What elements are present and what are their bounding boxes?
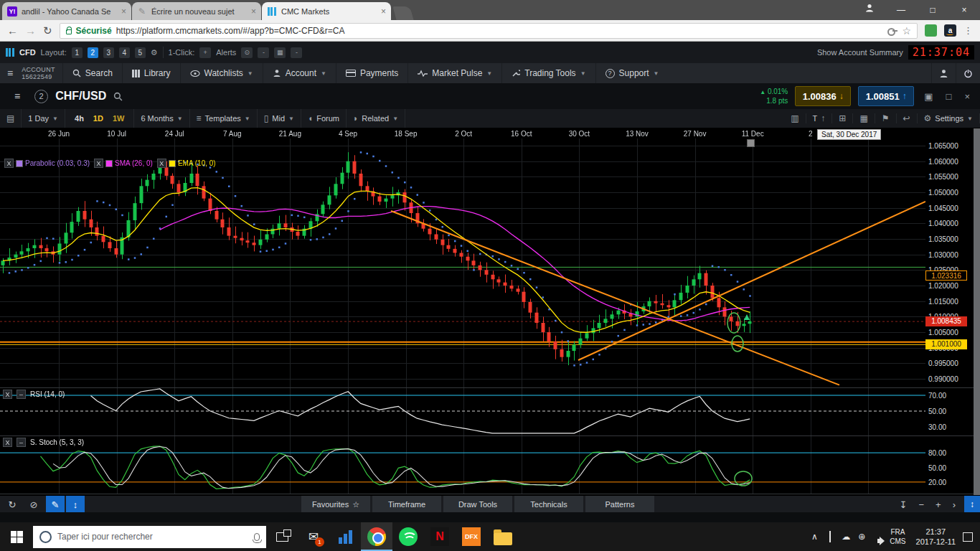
panel-divider[interactable] <box>0 387 974 388</box>
layout-3-button[interactable]: 3 <box>103 47 114 58</box>
forward-icon[interactable]: → <box>25 24 36 37</box>
buy-price-button[interactable]: 1.00851 ↑ <box>858 86 914 106</box>
url-omnibox[interactable]: Sécurisé https://platform.cmcmarkets.com… <box>60 23 918 39</box>
templates-dropdown[interactable]: ≡ Templates ▼ <box>190 109 258 128</box>
sell-price-button[interactable]: 1.00836 ↓ <box>795 86 851 106</box>
panel-list-icon[interactable]: ▤ <box>0 109 22 128</box>
close-window-icon[interactable]: × <box>961 91 973 102</box>
new-tab-button[interactable] <box>392 6 413 20</box>
export-icon[interactable]: ↧ <box>900 499 908 510</box>
reset-chart-icon[interactable]: ↻ <box>3 496 22 513</box>
chrome-app-button[interactable] <box>361 522 392 551</box>
remove-indicator-icon[interactable]: X <box>157 159 166 168</box>
price-type-dropdown[interactable]: ▯ Mid ▼ <box>258 109 301 128</box>
nav-market-pulse[interactable]: Market Pulse ▼ <box>407 63 501 83</box>
one-click-toggle[interactable]: + <box>199 47 211 58</box>
nav-search[interactable]: Search <box>62 63 122 83</box>
layout-4-button[interactable]: 4 <box>119 47 130 58</box>
chart-widget-dropdown[interactable]: - <box>291 47 302 58</box>
range-dropdown[interactable]: 6 Months ▼ <box>134 109 189 128</box>
key-icon[interactable] <box>887 28 897 33</box>
spotify-app-button[interactable] <box>392 522 424 551</box>
order-board-icon[interactable]: ▥ <box>784 113 806 123</box>
amazon-extension-icon[interactable]: a <box>944 24 956 37</box>
expand-window-icon[interactable]: ▣ <box>921 91 936 102</box>
close-button[interactable]: × <box>948 0 980 20</box>
layout-gear-icon[interactable]: ⚙ <box>151 48 158 57</box>
pan-right-icon[interactable]: › <box>953 499 956 510</box>
nav-trading-tools[interactable]: Trading Tools ▼ <box>501 63 595 83</box>
taskbar-clock[interactable]: 21:37 2017-12-11 <box>910 527 961 547</box>
price-chart-canvas[interactable] <box>0 128 925 495</box>
tab-yahoo[interactable]: Y! andlil - Yahoo Canada Se × <box>2 2 131 20</box>
panel-divider[interactable] <box>0 435 974 436</box>
task-view-button[interactable] <box>266 522 298 551</box>
chart-widget-icon[interactable]: ▦ <box>274 47 286 58</box>
dfx-app-button[interactable]: DFX <box>456 522 487 551</box>
tab-close-icon[interactable]: × <box>121 7 126 16</box>
hidden-icons-chevron[interactable]: ∧ <box>806 532 822 542</box>
mail-app-button[interactable]: ✉ 1 <box>298 522 329 551</box>
onedrive-cloud-icon[interactable]: ☁ <box>838 532 854 542</box>
chart-marker-icon[interactable] <box>747 139 755 147</box>
history-widget-icon[interactable]: ⊙ <box>241 47 253 58</box>
file-explorer-button[interactable] <box>487 522 519 551</box>
chart-menu-icon[interactable]: ≡ <box>7 90 27 102</box>
remove-stoch-icon[interactable]: X <box>3 438 12 447</box>
start-button[interactable] <box>0 522 33 551</box>
tab-technicals[interactable]: Technicals <box>514 496 583 513</box>
history-widget-dropdown[interactable]: - <box>258 47 269 58</box>
forum-button[interactable]: ◖ Forum <box>301 109 347 128</box>
undo-icon[interactable]: ↩ <box>897 113 918 123</box>
action-center-icon[interactable] <box>963 532 973 542</box>
settings-dropdown[interactable]: ⚙ Settings ▼ <box>918 113 980 123</box>
indicator-ema[interactable]: X EMA (10, 0) <box>157 159 216 168</box>
scale-adjust-button[interactable]: ↕ <box>964 496 980 513</box>
netflix-app-button[interactable]: N <box>424 522 456 551</box>
nav-account[interactable]: Account ▼ <box>263 63 336 83</box>
layout-2-button[interactable]: 2 <box>88 47 98 58</box>
indicator-parabolic[interactable]: X Parabolic (0.03, 0.3) <box>4 159 90 168</box>
layout-1-button[interactable]: 1 <box>72 47 83 58</box>
grid-icon[interactable]: ⊞ <box>832 113 853 123</box>
tab-forum[interactable]: ✎ Écrire un nouveau sujet × <box>132 2 261 20</box>
chart-scrollbar[interactable] <box>974 128 980 495</box>
symbol-search-icon[interactable] <box>113 92 123 101</box>
tab-patterns[interactable]: Patterns <box>585 496 654 513</box>
bookmark-star-icon[interactable]: ☆ <box>902 25 911 37</box>
move-tool-icon[interactable]: ↕ <box>66 496 85 513</box>
zoom-out-icon[interactable]: − <box>918 499 924 510</box>
browser-menu-icon[interactable]: ⋮ <box>963 25 973 36</box>
taskbar-search-input[interactable]: Taper ici pour rechercher <box>33 526 266 548</box>
logout-power-icon[interactable] <box>956 63 980 83</box>
remove-rsi-icon[interactable]: X <box>3 390 12 399</box>
language-indicator[interactable]: FRA CMS <box>885 527 910 546</box>
back-icon[interactable]: ← <box>7 24 18 37</box>
account-menu-icon[interactable]: ≡ <box>0 67 20 79</box>
reload-icon[interactable]: ↻ <box>43 24 52 37</box>
tab-close-icon[interactable]: × <box>381 7 386 16</box>
microphone-icon[interactable] <box>254 533 260 541</box>
indicator-sma[interactable]: X SMA (26, 0) <box>94 159 153 168</box>
instrument-symbol[interactable]: CHF/USD <box>55 90 106 103</box>
tab-cmc-markets[interactable]: CMC Markets × <box>262 2 391 20</box>
tf-1d-button[interactable]: 1D <box>90 114 106 123</box>
layout-5-button[interactable]: 5 <box>135 47 146 58</box>
zoom-in-icon[interactable]: + <box>936 499 941 510</box>
alerts-label[interactable]: Alerts <box>216 48 236 57</box>
monitor-icon[interactable] <box>822 532 838 542</box>
period-dropdown[interactable]: 1 Day ▼ <box>22 109 65 128</box>
maximize-button[interactable]: □ <box>917 0 948 20</box>
tab-close-icon[interactable]: × <box>251 7 256 16</box>
nav-support[interactable]: ? Support ▼ <box>595 63 669 83</box>
text-tool-button[interactable]: T↑ <box>806 113 833 123</box>
draw-pencil-icon[interactable]: ✎ <box>46 496 65 513</box>
account-info[interactable]: ACCOUNT 15622549 <box>20 66 62 81</box>
related-dropdown[interactable]: ◗ Related ▼ <box>347 109 405 128</box>
nav-library[interactable]: Library <box>122 63 180 83</box>
stocks-app-button[interactable] <box>329 522 361 551</box>
pin-icon[interactable]: ⚑ <box>875 113 897 123</box>
user-profile-icon[interactable] <box>931 63 956 83</box>
remove-indicator-icon[interactable]: X <box>4 159 14 168</box>
tab-draw-tools[interactable]: Draw Tools <box>443 496 512 513</box>
